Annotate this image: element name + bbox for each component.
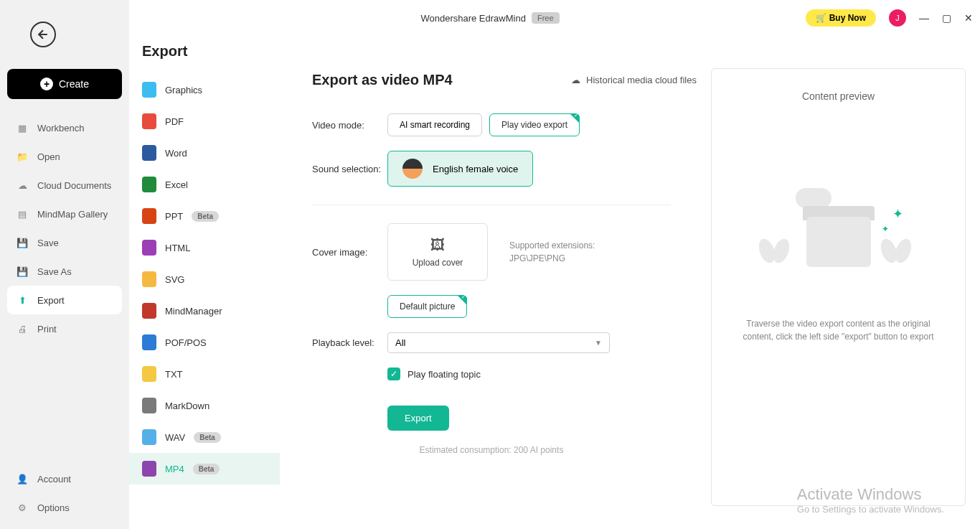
create-button[interactable]: + Create [7, 69, 122, 99]
sparkle-icon: ✦ [892, 206, 903, 222]
watermark-title: Activate Windows [797, 485, 944, 504]
cover-area: 🖼 Upload cover Supported extensions: JPG… [387, 223, 595, 281]
box-shape [806, 217, 871, 267]
rail-options[interactable]: ⚙Options [7, 493, 122, 522]
folder-icon: 📁 [16, 150, 29, 163]
divider [312, 205, 671, 205]
cloud-files-link[interactable]: ☁ Historical media cloud files [571, 75, 697, 85]
export-icon: ⬆ [16, 294, 29, 306]
preview-panel: Content preview ✦ ✦ Traverse the video e… [711, 68, 966, 506]
format-column: Export GraphicsPDFWordExcelPPTBetaHTMLSV… [129, 0, 280, 529]
file-icon [142, 177, 156, 192]
rail-print[interactable]: 🖨Print [7, 314, 122, 343]
file-icon [142, 145, 156, 161]
upload-cover-button[interactable]: 🖼 Upload cover [387, 223, 488, 281]
file-icon [142, 271, 156, 287]
rail-save-as[interactable]: 💾Save As [7, 257, 122, 286]
beta-badge: Beta [194, 432, 221, 443]
save-icon: 💾 [16, 236, 29, 249]
cloud-icon: ☁ [571, 75, 580, 85]
estimate-text: Estimated consumption: 200 AI points [312, 445, 671, 455]
file-icon [142, 461, 156, 477]
export-button[interactable]: Export [387, 406, 449, 431]
rail-mindmap-gallery[interactable]: ▤MindMap Gallery [7, 200, 122, 228]
cart-icon: 🛒 [816, 13, 826, 23]
rail-export[interactable]: ⬆Export [7, 286, 122, 314]
save-as-icon: 💾 [16, 265, 29, 278]
app-title: Wondershare EdrawMind [420, 13, 525, 24]
ai-smart-recording-button[interactable]: AI smart recording [387, 113, 482, 136]
titlebar-center: Wondershare EdrawMind Free [420, 12, 559, 24]
account-icon: 👤 [16, 472, 29, 485]
chevron-down-icon: ▼ [595, 339, 602, 347]
rail-save[interactable]: 💾Save [7, 228, 122, 257]
buy-now-label: Buy Now [829, 13, 866, 23]
video-mode-label: Video mode: [312, 120, 387, 131]
user-avatar[interactable]: J [889, 9, 906, 27]
print-icon: 🖨 [16, 322, 29, 335]
format-txt[interactable]: TXT [129, 358, 280, 390]
rail-workbench[interactable]: ▦Workbench [7, 113, 122, 142]
image-icon: 🖼 [430, 237, 445, 253]
format-wav[interactable]: WAVBeta [129, 421, 280, 453]
playback-level-select[interactable]: All ▼ [387, 332, 610, 353]
format-word[interactable]: Word [129, 137, 280, 169]
play-video-export-button[interactable]: Play video export [489, 113, 580, 136]
maximize-button[interactable]: ▢ [942, 12, 951, 24]
left-rail: + Create ▦Workbench 📁Open ☁Cloud Documen… [0, 0, 129, 529]
plus-icon: + [40, 78, 53, 90]
export-heading: Export [129, 43, 280, 74]
cloud-icon: ☁ [16, 179, 29, 192]
windows-watermark: Activate Windows Go to Settings to activ… [797, 485, 944, 515]
format-html[interactable]: HTML [129, 232, 280, 263]
file-icon [142, 240, 156, 256]
format-svg[interactable]: SVG [129, 263, 280, 295]
cover-image-label: Cover image: [312, 247, 387, 258]
file-icon [142, 208, 156, 224]
create-label: Create [59, 78, 89, 90]
default-picture-button[interactable]: Default picture [387, 295, 467, 318]
file-icon [142, 366, 156, 382]
voice-avatar-icon [402, 159, 423, 179]
rail-cloud-documents[interactable]: ☁Cloud Documents [7, 171, 122, 200]
voice-chip[interactable]: English female voice [387, 151, 533, 187]
leaf-shape [760, 238, 796, 281]
rail-open[interactable]: 📁Open [7, 142, 122, 171]
play-floating-checkbox[interactable]: ✓ [387, 368, 400, 380]
file-icon [142, 113, 156, 129]
supported-extensions: Supported extensions: JPG\JPE\PNG [509, 239, 595, 265]
format-mp4[interactable]: MP4Beta [129, 453, 280, 484]
format-pofpos[interactable]: POF/POS [129, 327, 280, 358]
play-floating-label: Play floating topic [407, 369, 481, 380]
format-mindmanager[interactable]: MindManager [129, 295, 280, 327]
cloud-shape-icon [796, 188, 831, 208]
preview-title: Content preview [802, 90, 875, 102]
gallery-icon: ▤ [16, 207, 29, 220]
back-button[interactable] [30, 22, 56, 47]
file-icon [142, 303, 156, 319]
preview-text: Traverse the video export content as the… [726, 317, 951, 343]
gear-icon: ⚙ [16, 501, 29, 514]
file-icon [142, 398, 156, 413]
file-icon [142, 429, 156, 445]
leaf-shape [882, 238, 918, 281]
format-excel[interactable]: Excel [129, 169, 280, 200]
watermark-sub: Go to Settings to activate Windows. [797, 504, 944, 515]
titlebar-right: 🛒 Buy Now J — ▢ ✕ [806, 9, 973, 27]
main-title: Export as video MP4 [312, 72, 453, 88]
free-badge: Free [532, 12, 560, 24]
close-button[interactable]: ✕ [964, 12, 973, 24]
format-markdown[interactable]: MarkDown [129, 390, 280, 421]
playback-level-label: Playback level: [312, 337, 387, 348]
sparkle-icon: ✦ [882, 224, 889, 234]
file-icon [142, 334, 156, 350]
format-pdf[interactable]: PDF [129, 106, 280, 137]
format-ppt[interactable]: PPTBeta [129, 200, 280, 232]
minimize-button[interactable]: — [919, 12, 929, 24]
sound-selection-label: Sound selection: [312, 164, 387, 174]
buy-now-button[interactable]: 🛒 Buy Now [806, 9, 876, 27]
preview-graphic: ✦ ✦ [760, 188, 918, 296]
beta-badge: Beta [193, 464, 220, 474]
format-graphics[interactable]: Graphics [129, 74, 280, 106]
rail-account[interactable]: 👤Account [7, 464, 122, 493]
